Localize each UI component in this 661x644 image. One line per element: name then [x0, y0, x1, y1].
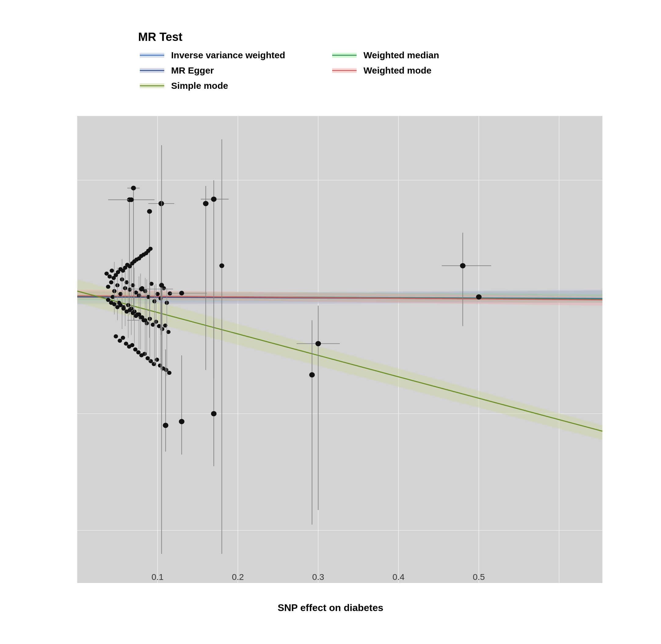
svg-text:0.4: 0.4: [392, 573, 404, 582]
svg-point-138: [211, 411, 216, 416]
svg-point-102: [164, 368, 168, 372]
svg-point-140: [219, 263, 224, 268]
svg-point-178: [118, 303, 122, 307]
svg-text:0.3: 0.3: [312, 573, 324, 582]
legend-item-ivw: Inverse variance weighted: [138, 49, 312, 61]
svg-point-143: [315, 341, 321, 346]
legend-label-egger: MR Egger: [171, 65, 214, 76]
legend-title: MR Test: [138, 30, 493, 44]
svg-point-156: [110, 269, 114, 273]
svg-point-131: [159, 283, 164, 288]
svg-point-99: [155, 358, 159, 362]
svg-point-87: [117, 339, 122, 343]
svg-point-68: [106, 285, 110, 289]
legend-label-smode: Simple mode: [171, 80, 228, 91]
svg-point-67: [109, 280, 113, 284]
svg-point-122: [129, 198, 133, 202]
svg-point-181: [127, 308, 132, 312]
svg-point-136: [203, 201, 208, 206]
svg-point-93: [136, 350, 140, 354]
x-axis-label: SNP effect on diabetes: [277, 602, 383, 614]
svg-point-184: [137, 313, 141, 317]
legend-label-wm: Weighted median: [364, 50, 439, 61]
svg-point-148: [460, 263, 465, 268]
svg-point-155: [108, 274, 112, 278]
svg-point-88: [121, 336, 125, 340]
plot-area: 0.03 0.00 -0.03 -0.06 0.1 0.2 0.3 0.4 0.…: [77, 116, 602, 583]
svg-text:0.1: 0.1: [152, 573, 163, 582]
legend-item-egger: MR Egger: [138, 64, 312, 76]
legend-line-egger: [138, 64, 166, 76]
svg-point-185: [140, 315, 144, 319]
legend-item-wmode: Weighted mode: [330, 64, 505, 76]
legend-label-ivw: Inverse variance weighted: [171, 50, 286, 61]
svg-point-173: [148, 247, 152, 251]
svg-point-98: [152, 362, 156, 366]
svg-point-176: [112, 302, 116, 306]
svg-point-103: [167, 371, 171, 375]
svg-point-149: [476, 294, 481, 299]
plot-svg: 0.03 0.00 -0.03 -0.06 0.1 0.2 0.3 0.4 0.…: [77, 116, 602, 583]
svg-point-92: [133, 347, 137, 351]
svg-point-95: [142, 352, 146, 356]
legend-grid: Inverse variance weighted Weighted media…: [138, 49, 505, 92]
legend: MR Test Inverse variance weighted: [132, 24, 499, 98]
legend-line-smode: [138, 80, 166, 92]
svg-point-129: [179, 419, 184, 424]
svg-point-96: [145, 356, 150, 360]
svg-point-153: [179, 291, 184, 295]
svg-point-42: [131, 186, 136, 190]
svg-point-145: [309, 372, 315, 377]
legend-item-wm: Weighted median: [330, 49, 505, 61]
svg-text:0.5: 0.5: [473, 573, 484, 582]
svg-point-134: [211, 197, 216, 202]
svg-point-182: [131, 311, 135, 315]
legend-line-wm: [330, 49, 358, 61]
legend-line-wmode: [330, 64, 358, 76]
chart-container: MR Test Inverse variance weighted: [41, 24, 621, 620]
svg-point-174: [106, 298, 110, 302]
svg-point-66: [167, 292, 172, 295]
svg-point-151: [139, 286, 144, 291]
legend-label-wmode: Weighted mode: [364, 65, 432, 76]
svg-text:0.2: 0.2: [232, 573, 244, 582]
svg-point-154: [105, 272, 109, 276]
svg-point-86: [114, 334, 118, 338]
legend-line-ivw: [138, 49, 166, 61]
svg-point-179: [121, 306, 126, 310]
legend-item-smode: Simple mode: [138, 80, 312, 92]
svg-point-186: [143, 318, 147, 322]
svg-point-97: [149, 359, 153, 363]
svg-point-46: [147, 209, 152, 214]
svg-point-89: [124, 342, 128, 345]
svg-point-91: [130, 343, 134, 347]
svg-point-127: [163, 423, 168, 428]
